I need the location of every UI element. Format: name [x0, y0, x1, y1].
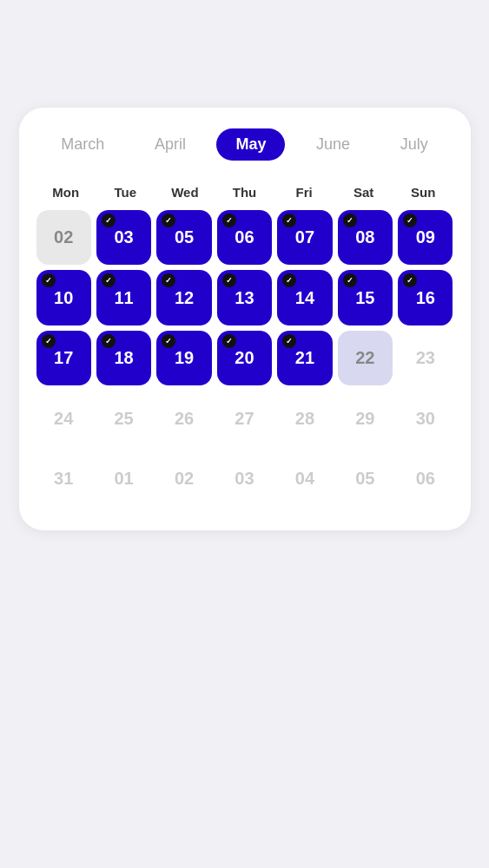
day-label: 05: [355, 469, 374, 489]
day-label: 06: [235, 227, 254, 247]
checkmark-icon: ✓: [282, 214, 296, 227]
day-header-thu: Thu: [215, 181, 274, 203]
day-cell-r2c2[interactable]: ✓19: [156, 331, 211, 385]
day-cell-r1c1[interactable]: ✓11: [96, 270, 151, 325]
day-cell-r3c2: 26: [156, 391, 211, 445]
month-tab-bar: MarchAprilMayJuneJuly: [36, 128, 453, 161]
day-label: 31: [54, 469, 73, 489]
day-label: 14: [295, 288, 314, 308]
day-header-fri: Fri: [274, 181, 334, 203]
month-tab-march[interactable]: March: [42, 128, 123, 161]
checkmark-icon: ✓: [162, 334, 175, 348]
day-cell-r0c0[interactable]: 02: [36, 210, 91, 265]
day-cell-r1c6[interactable]: ✓16: [398, 270, 453, 325]
checkmark-icon: ✓: [222, 214, 236, 227]
day-label: 28: [295, 409, 314, 429]
calendar-widget: MarchAprilMayJuneJuly MonTueWedThuFriSat…: [19, 108, 471, 530]
day-cell-r2c4[interactable]: ✓21: [277, 331, 332, 385]
checkmark-icon: ✓: [102, 334, 116, 348]
day-cell-r1c4[interactable]: ✓14: [277, 270, 332, 325]
day-cell-r0c3[interactable]: ✓06: [217, 210, 272, 265]
day-cell-r2c5[interactable]: 22: [338, 331, 393, 385]
day-cell-r4c3: 03: [217, 451, 272, 506]
day-cell-r1c2[interactable]: ✓12: [156, 270, 211, 325]
day-cell-r3c3: 27: [217, 391, 272, 445]
day-label: 01: [115, 469, 134, 489]
day-cell-r1c3[interactable]: ✓13: [217, 270, 272, 325]
day-cell-r3c6: 30: [398, 391, 453, 445]
day-cell-r2c1[interactable]: ✓18: [96, 331, 151, 385]
month-tab-july[interactable]: July: [381, 128, 447, 161]
day-label: 18: [115, 348, 134, 368]
day-cell-r3c0: 24: [36, 391, 91, 445]
day-label: 09: [416, 227, 435, 247]
day-label: 21: [295, 348, 314, 368]
day-cell-r1c0[interactable]: ✓10: [36, 270, 91, 325]
day-cell-r4c0: 31: [36, 451, 91, 506]
day-label: 12: [175, 288, 194, 308]
day-cell-r0c6[interactable]: ✓09: [398, 210, 453, 265]
day-label: 13: [235, 288, 254, 308]
day-label: 19: [175, 348, 194, 368]
day-label: 24: [54, 409, 73, 429]
day-label: 23: [416, 348, 435, 368]
day-header-tue: Tue: [96, 181, 155, 203]
day-label: 15: [355, 288, 374, 308]
day-label: 02: [54, 227, 73, 247]
checkmark-icon: ✓: [282, 273, 296, 287]
day-label: 16: [416, 288, 435, 308]
day-cell-r3c1: 25: [96, 391, 151, 445]
day-cell-r2c0[interactable]: ✓17: [36, 331, 91, 385]
checkmark-icon: ✓: [222, 334, 236, 348]
day-header-sat: Sat: [334, 181, 393, 203]
day-label: 30: [416, 409, 435, 429]
day-label: 07: [295, 227, 314, 247]
checkmark-icon: ✓: [343, 273, 357, 287]
day-cell-r0c2[interactable]: ✓05: [156, 210, 211, 265]
day-cell-r2c6: 23: [398, 331, 453, 385]
day-cell-r4c1: 01: [96, 451, 151, 506]
day-label: 02: [175, 469, 194, 489]
month-tab-june[interactable]: June: [297, 128, 369, 161]
day-label: 05: [175, 227, 194, 247]
day-label: 11: [115, 288, 134, 308]
day-cell-r1c5[interactable]: ✓15: [338, 270, 393, 325]
month-tab-may[interactable]: May: [216, 128, 285, 161]
day-header-mon: Mon: [36, 181, 96, 203]
day-cell-r0c5[interactable]: ✓08: [338, 210, 393, 265]
checkmark-icon: ✓: [282, 334, 296, 348]
day-header-sun: Sun: [393, 181, 453, 203]
checkmark-icon: ✓: [42, 273, 56, 287]
day-header-wed: Wed: [155, 181, 215, 203]
day-label: 03: [115, 227, 134, 247]
day-header-row: MonTueWedThuFriSatSun: [36, 181, 453, 203]
day-cell-r2c3[interactable]: ✓20: [217, 331, 272, 385]
day-cell-r0c1[interactable]: ✓03: [96, 210, 151, 265]
day-cell-r3c4: 28: [277, 391, 332, 445]
checkmark-icon: ✓: [403, 214, 417, 227]
day-cell-r4c4: 04: [277, 451, 332, 506]
day-cell-r0c4[interactable]: ✓07: [277, 210, 332, 265]
day-label: 06: [416, 469, 435, 489]
day-cell-r4c2: 02: [156, 451, 211, 506]
day-label: 04: [295, 469, 314, 489]
checkmark-icon: ✓: [102, 273, 116, 287]
checkmark-icon: ✓: [343, 214, 357, 227]
checkmark-icon: ✓: [162, 214, 175, 227]
day-label: 25: [115, 409, 134, 429]
checkmark-icon: ✓: [42, 334, 56, 348]
calendar-grid: 02✓03✓05✓06✓07✓08✓09✓10✓11✓12✓13✓14✓15✓1…: [36, 210, 453, 506]
day-label: 22: [355, 348, 374, 368]
day-label: 08: [355, 227, 374, 247]
day-label: 17: [54, 348, 73, 368]
day-label: 29: [355, 409, 374, 429]
day-label: 26: [175, 409, 194, 429]
month-tab-april[interactable]: April: [135, 128, 205, 161]
day-label: 20: [235, 348, 254, 368]
day-label: 10: [54, 288, 73, 308]
day-cell-r4c5: 05: [338, 451, 393, 506]
checkmark-icon: ✓: [403, 273, 417, 287]
checkmark-icon: ✓: [102, 214, 116, 227]
checkmark-icon: ✓: [162, 273, 175, 287]
day-label: 03: [235, 469, 254, 489]
